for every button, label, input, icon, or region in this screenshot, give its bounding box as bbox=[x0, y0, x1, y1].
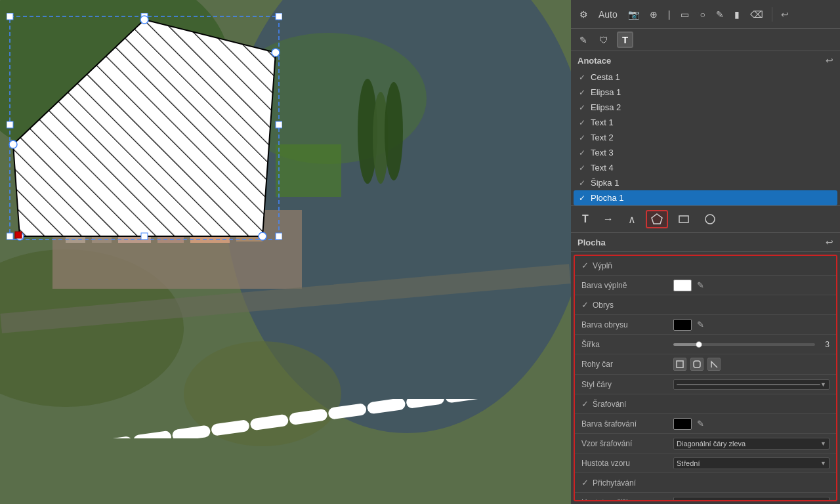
svg-rect-26 bbox=[276, 13, 282, 20]
corner-miter-btn[interactable] bbox=[707, 358, 721, 371]
annotation-item-text2[interactable]: ✓ Text 2 bbox=[574, 130, 837, 145]
map-canvas[interactable] bbox=[0, 0, 571, 504]
svg-point-16 bbox=[385, 82, 403, 180]
cursor-btn[interactable]: ⊕ bbox=[646, 7, 661, 22]
eraser-btn[interactable]: ⌫ bbox=[747, 7, 766, 22]
fill-label: Výplň bbox=[593, 261, 612, 270]
pattern-density-selected: Střední bbox=[677, 459, 700, 467]
hatching-pattern-arrow: ▼ bbox=[820, 440, 826, 447]
fill-color-swatch[interactable] bbox=[673, 280, 692, 291]
hatching-pattern-label: Vzor šrafování bbox=[581, 439, 673, 448]
camera-btn[interactable]: 📷 bbox=[625, 7, 642, 22]
annotation-label-plocha1: Plocha 1 bbox=[591, 193, 624, 203]
type-rect-btn[interactable] bbox=[673, 211, 694, 228]
svg-point-41 bbox=[705, 215, 715, 224]
undo-top[interactable]: ↩ bbox=[778, 7, 792, 22]
svg-rect-28 bbox=[276, 121, 282, 128]
annotation-label-cesta1: Cesta 1 bbox=[591, 72, 620, 82]
hatching-section-row: ✓ Šrafování bbox=[575, 394, 836, 414]
svg-rect-27 bbox=[7, 121, 13, 128]
hatching-pattern-value: Diagonální čáry zleva ▼ bbox=[673, 438, 830, 450]
corner-round-icon bbox=[693, 360, 701, 368]
type-text-btn[interactable]: T bbox=[578, 211, 593, 228]
check-text2: ✓ bbox=[579, 133, 585, 142]
outline-section-row: ✓ Obrys bbox=[575, 295, 836, 315]
text-tool-btn[interactable]: T bbox=[617, 32, 633, 48]
pen-btn[interactable]: ✎ bbox=[713, 7, 727, 22]
hatching-pattern-row: Vzor šrafování Diagonální čáry zleva ▼ bbox=[575, 434, 836, 453]
line-style-row: Styl čáry ▼ bbox=[575, 375, 836, 394]
annotation-label-text2: Text 2 bbox=[591, 133, 614, 142]
hatching-color-swatch[interactable] bbox=[673, 418, 692, 430]
svg-rect-40 bbox=[679, 216, 688, 222]
annotation-item-elipsa2[interactable]: ✓ Elipsa 2 bbox=[574, 100, 837, 115]
annotation-item-sipka1[interactable]: ✓ Šipka 1 bbox=[574, 175, 837, 190]
sep1 bbox=[772, 7, 772, 22]
annotation-item-text3[interactable]: ✓ Text 3 bbox=[574, 145, 837, 160]
svg-line-38 bbox=[100, 399, 490, 438]
plocha-back[interactable]: ↩ bbox=[826, 237, 833, 247]
fill-section-label: ✓ Výplň bbox=[581, 261, 673, 270]
hatching-color-row: Barva šrafování ✎ bbox=[575, 414, 836, 434]
annotation-item-cesta1[interactable]: ✓ Cesta 1 bbox=[574, 70, 837, 85]
svg-point-34 bbox=[259, 232, 266, 240]
annotation-item-elipsa1[interactable]: ✓ Elipsa 1 bbox=[574, 85, 837, 100]
annotation-label-sipka1: Šipka 1 bbox=[591, 178, 619, 188]
svg-rect-37 bbox=[15, 232, 22, 238]
rect-btn[interactable]: ▭ bbox=[677, 7, 692, 22]
right-panel: ⚙ Auto 📷 ⊕ | ▭ ○ ✎ ▮ ⌫ ↩ ✎ 🛡 T Anotace ↩… bbox=[571, 0, 840, 504]
type-path-btn[interactable]: ∧ bbox=[623, 211, 640, 228]
pattern-density-label: Hustota vzoru bbox=[581, 459, 673, 468]
corners-label: Rohy čar bbox=[581, 360, 673, 369]
corner-round-btn[interactable] bbox=[690, 358, 704, 371]
width-slider-track[interactable] bbox=[673, 343, 815, 346]
fill-eyedropper[interactable]: ✎ bbox=[696, 280, 705, 290]
hatching-check: ✓ bbox=[581, 399, 589, 409]
grid-density-arrow: ▼ bbox=[820, 499, 826, 501]
plocha-header: Plocha ↩ bbox=[571, 233, 840, 252]
fill-color-value: ✎ bbox=[673, 280, 830, 291]
line-style-dropdown[interactable]: ▼ bbox=[673, 379, 830, 390]
pattern-density-dropdown[interactable]: Střední ▼ bbox=[673, 457, 830, 469]
annotation-label-elipsa2: Elipsa 2 bbox=[591, 102, 621, 112]
outline-color-value: ✎ bbox=[673, 319, 830, 331]
grid-density-label: Hustota mřížky bbox=[581, 498, 673, 501]
annotation-item-text1[interactable]: ✓ Text 1 bbox=[574, 115, 837, 130]
width-slider-value: 3 bbox=[819, 340, 830, 349]
hatching-pattern-dropdown[interactable]: Diagonální čáry zleva ▼ bbox=[673, 438, 830, 450]
svg-rect-17 bbox=[276, 144, 341, 197]
check-plocha1: ✓ bbox=[579, 194, 585, 203]
annotations-back[interactable]: ↩ bbox=[826, 55, 833, 66]
svg-rect-30 bbox=[141, 233, 148, 240]
outline-check: ✓ bbox=[581, 300, 589, 310]
outline-color-swatch[interactable] bbox=[673, 319, 692, 331]
auto-btn[interactable]: Auto bbox=[595, 7, 621, 22]
outline-eyedropper[interactable]: ✎ bbox=[696, 320, 705, 329]
corner-square-btn[interactable] bbox=[673, 358, 686, 371]
annotation-label-elipsa1: Elipsa 1 bbox=[591, 87, 621, 97]
draw-btn[interactable]: ✎ bbox=[576, 33, 591, 47]
grid-density-dropdown[interactable]: Vysoká ▼ bbox=[673, 497, 830, 501]
hatching-color-label: Barva šrafování bbox=[581, 419, 673, 429]
line-btn[interactable]: | bbox=[665, 7, 674, 22]
type-circle-btn[interactable] bbox=[700, 211, 721, 228]
annotation-item-plocha1[interactable]: ✓ Plocha 1 bbox=[574, 190, 837, 205]
fill-color-label: Barva výplně bbox=[581, 281, 673, 290]
hatching-section-label: ✓ Šrafování bbox=[581, 399, 673, 409]
settings-btn[interactable]: ⚙ bbox=[576, 7, 591, 22]
width-slider-thumb[interactable] bbox=[696, 341, 702, 348]
hatching-eyedropper[interactable]: ✎ bbox=[696, 419, 705, 429]
annotation-item-text4[interactable]: ✓ Text 4 bbox=[574, 160, 837, 175]
circle-btn[interactable]: ○ bbox=[696, 7, 708, 22]
marker-btn[interactable]: ▮ bbox=[731, 7, 743, 22]
check-elipsa1: ✓ bbox=[579, 88, 585, 97]
type-polygon-btn[interactable] bbox=[646, 210, 668, 228]
type-arrow-btn[interactable]: → bbox=[598, 211, 618, 228]
width-slider-container: 3 bbox=[673, 340, 830, 349]
grid-density-value: Vysoká ▼ bbox=[673, 497, 830, 501]
snapping-section-row: ✓ Přichytávání bbox=[575, 473, 836, 493]
snapping-check: ✓ bbox=[581, 478, 589, 488]
shield-btn[interactable]: 🛡 bbox=[596, 33, 612, 47]
annotations-label: Anotace bbox=[578, 56, 611, 66]
annotation-label-text3: Text 3 bbox=[591, 148, 614, 158]
